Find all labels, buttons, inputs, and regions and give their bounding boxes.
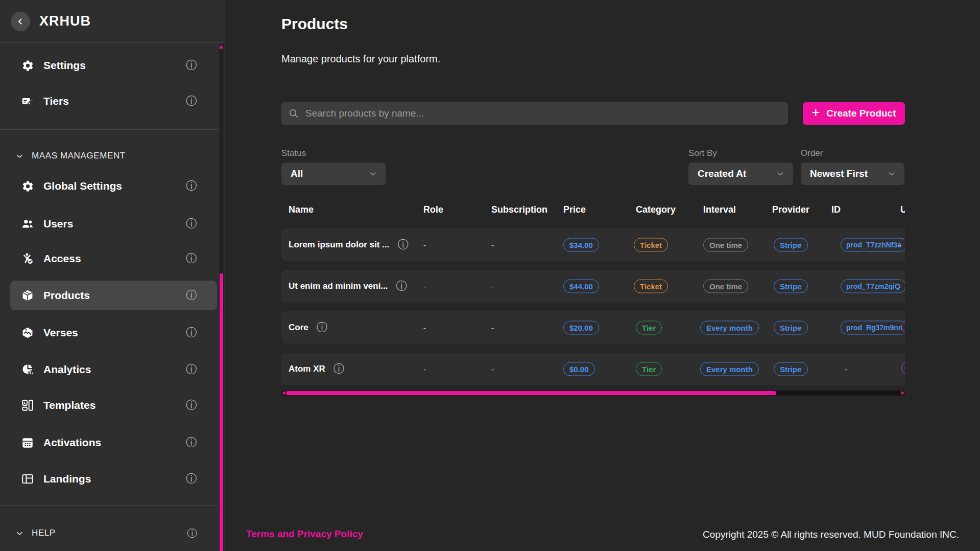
sidebar-section-help[interactable]: HELP ⓘ <box>14 526 217 540</box>
sidebar-item-label: Tiers <box>43 95 69 107</box>
category-badge: Tier <box>636 362 662 376</box>
subscription-value: - <box>491 282 494 291</box>
table-header-row: Name Role Subscription Price Category In… <box>281 202 905 220</box>
info-icon[interactable]: ⓘ <box>317 322 328 333</box>
status-dropdown[interactable]: All <box>281 163 386 185</box>
product-id-badge: prod_T7zzhNf3c <box>841 238 905 252</box>
page-subtitle: Manage products for your platform. <box>281 53 440 65</box>
product-id-badge: prod_T7zm2qiQ <box>841 280 905 293</box>
info-icon[interactable]: ⓘ <box>186 180 197 192</box>
section-label: MAAS MANAGEMENT <box>32 151 126 161</box>
info-icon[interactable]: ⓘ <box>186 437 197 448</box>
status-filter-label: Status <box>281 148 306 158</box>
sidebar-item-activations[interactable]: Activations ⓘ <box>10 428 217 457</box>
price-badge: $20.00 <box>563 321 599 335</box>
scrollbar-thumb[interactable] <box>286 391 776 395</box>
sidebar-divider <box>0 506 225 506</box>
column-header-interval: Interval <box>703 204 736 215</box>
sidebar-item-analytics[interactable]: Analytics ⓘ <box>10 355 217 384</box>
products-table: Name Role Subscription Price Category In… <box>281 202 905 393</box>
table-horizontal-scrollbar[interactable] <box>281 391 905 396</box>
product-name: Core <box>289 323 308 333</box>
sidebar-item-label: Users <box>43 218 73 230</box>
plus-icon: + <box>812 106 820 120</box>
sidebar-item-tiers[interactable]: Tiers ⓘ <box>10 86 217 116</box>
chevron-left-icon <box>15 16 26 27</box>
info-icon[interactable]: ⓘ <box>187 527 197 539</box>
sidebar-divider <box>0 129 225 130</box>
package-icon <box>20 288 35 303</box>
create-product-label: Create Product <box>826 108 896 119</box>
info-icon[interactable]: ⓘ <box>186 327 197 338</box>
info-icon[interactable]: ⓘ <box>186 253 197 264</box>
sidebar-item-access[interactable]: Access ⓘ <box>10 244 217 273</box>
product-id-value: - <box>845 365 847 374</box>
role-value: - <box>423 324 426 332</box>
category-badge: Ticket <box>634 238 668 252</box>
sidebar-item-landings[interactable]: Landings ⓘ <box>10 464 217 494</box>
clipped-badge <box>901 361 905 375</box>
sidebar-item-products[interactable]: Products ⓘ <box>10 281 217 310</box>
sidebar-item-label: Verses <box>43 327 78 339</box>
sidebar-item-users[interactable]: Users ⓘ <box>10 209 217 239</box>
sidebar: XRHUB Settings ⓘ Tiers ⓘ MAAS MANAGEMENT <box>0 0 225 551</box>
chevron-down-icon <box>887 169 896 178</box>
info-icon[interactable]: ⓘ <box>186 60 197 71</box>
sidebar-section-maas-management[interactable]: MAAS MANAGEMENT <box>14 149 217 163</box>
terms-privacy-link[interactable]: Terms and Privacy Policy <box>246 529 363 540</box>
column-header-category: Category <box>636 204 676 215</box>
role-value: - <box>423 282 426 291</box>
copyright-text: Copyright 2025 © All rights reserved. MU… <box>703 529 959 540</box>
table-row: Atom XR ⓘ - - $0.00 Tier Every month Str… <box>281 353 905 385</box>
order-dropdown[interactable]: Newest First <box>801 163 904 185</box>
info-icon[interactable]: ⓘ <box>396 281 408 292</box>
info-icon[interactable]: ⓘ <box>186 96 197 107</box>
info-icon[interactable]: ⓘ <box>397 239 409 250</box>
search-icon <box>288 108 299 119</box>
column-header-name: Name <box>289 204 314 215</box>
column-header-id: ID <box>831 204 841 215</box>
sidebar-item-global-settings[interactable]: Global Settings ⓘ <box>10 171 217 201</box>
u-value: - <box>899 241 901 249</box>
info-icon[interactable]: ⓘ <box>186 218 197 229</box>
chevron-down-icon <box>776 169 785 178</box>
product-name: Atom XR <box>289 364 325 374</box>
info-icon[interactable]: ⓘ <box>333 363 345 375</box>
table-row: Core ⓘ - - $20.00 Tier Every month Strip… <box>281 311 905 344</box>
sort-by-label: Sort By <box>688 148 717 158</box>
category-badge: Ticket <box>634 280 668 293</box>
sidebar-item-verses[interactable]: Verses ⓘ <box>10 318 217 348</box>
sidebar-item-settings[interactable]: Settings ⓘ <box>10 51 217 80</box>
templates-icon <box>20 398 35 412</box>
sidebar-scrollbar[interactable] <box>219 43 224 551</box>
info-icon[interactable]: ⓘ <box>186 473 197 485</box>
price-badge: $34.00 <box>563 238 599 252</box>
interval-badge: One time <box>703 238 748 252</box>
scroll-right-arrow[interactable] <box>901 391 904 395</box>
sort-by-dropdown[interactable]: Created At <box>688 163 793 185</box>
scroll-left-arrow[interactable] <box>282 391 285 395</box>
create-product-button[interactable]: + Create Product <box>803 102 905 125</box>
sidebar-item-label: Landings <box>43 473 91 485</box>
search-input[interactable] <box>281 102 788 125</box>
sidebar-item-label: Global Settings <box>43 180 122 192</box>
sidebar-item-label: Activations <box>43 437 101 449</box>
chevron-down-icon <box>14 151 25 161</box>
status-dropdown-value: All <box>291 168 303 179</box>
access-icon <box>20 251 35 266</box>
price-badge: $0.00 <box>563 362 595 376</box>
collapse-sidebar-button[interactable] <box>11 12 30 31</box>
info-icon[interactable]: ⓘ <box>186 364 197 375</box>
u-value: - <box>899 282 901 291</box>
sidebar-item-templates[interactable]: Templates ⓘ <box>10 391 217 420</box>
order-dropdown-value: Newest First <box>810 168 868 179</box>
info-icon[interactable]: ⓘ <box>186 290 197 301</box>
verses-icon <box>20 326 35 340</box>
scroll-down-arrow[interactable] <box>219 546 223 549</box>
scrollbar-thumb[interactable] <box>220 273 223 551</box>
subscription-value: - <box>491 241 494 249</box>
tiers-icon <box>20 94 35 108</box>
column-header-subscription: Subscription <box>491 204 547 215</box>
info-icon[interactable]: ⓘ <box>186 400 197 411</box>
scroll-up-arrow[interactable] <box>219 45 223 49</box>
